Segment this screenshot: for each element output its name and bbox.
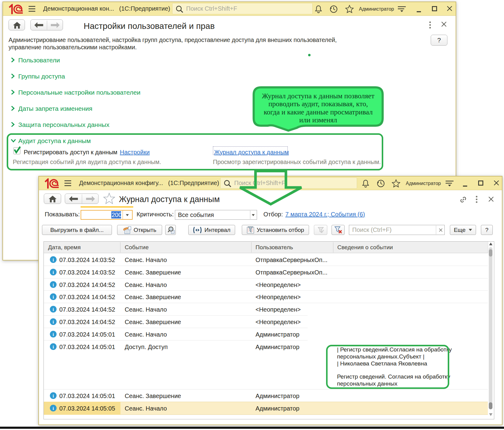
svg-text:i: i	[53, 393, 54, 398]
svg-text:i: i	[53, 332, 54, 337]
svg-text:i: i	[53, 282, 54, 287]
svg-text:i: i	[53, 406, 54, 411]
svg-text:i: i	[53, 270, 54, 275]
svg-text:i: i	[53, 307, 54, 312]
svg-text:i: i	[53, 295, 54, 299]
svg-text:i: i	[53, 320, 54, 324]
svg-text:i: i	[53, 257, 54, 262]
svg-text:i: i	[53, 344, 54, 349]
